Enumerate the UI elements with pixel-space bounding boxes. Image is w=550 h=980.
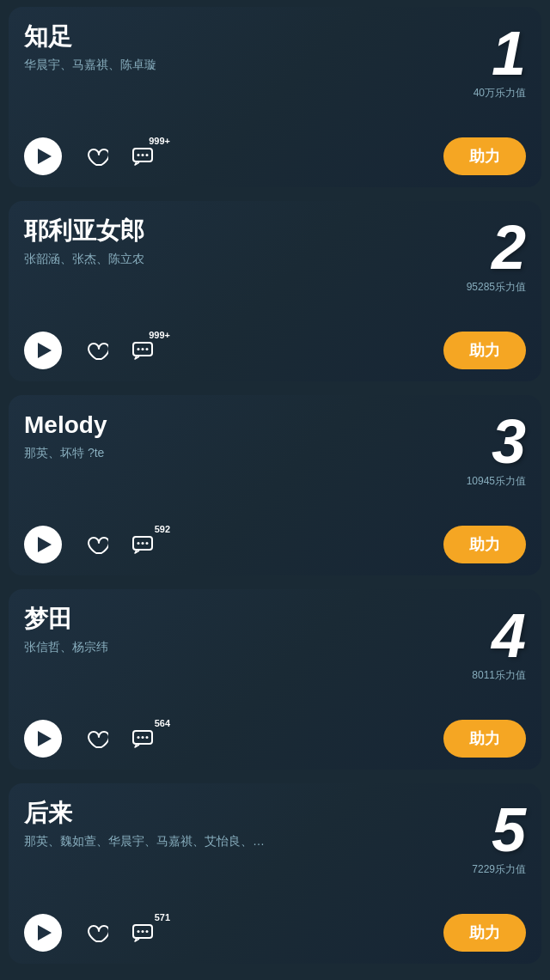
svg-point-19 <box>146 930 149 933</box>
action-icons: 999+ <box>24 137 158 175</box>
svg-point-2 <box>142 154 144 156</box>
comment-icon <box>131 919 158 947</box>
svg-point-3 <box>146 154 149 156</box>
play-triangle-icon <box>38 925 52 940</box>
rank-section: 1 40万乐力值 <box>423 22 526 100</box>
song-info: Melody 那英、坏特 ?te <box>24 411 423 461</box>
svg-point-6 <box>142 348 144 350</box>
svg-point-11 <box>146 542 149 545</box>
song-title: 耶利亚女郎 <box>24 216 423 246</box>
heart-icon <box>84 727 108 751</box>
action-icons: 592 <box>24 526 158 563</box>
song-card-top: 耶利亚女郎 张韶涵、张杰、陈立农 2 95285乐力值 <box>24 216 526 295</box>
song-artists: 张韶涵、张杰、陈立农 <box>24 251 423 268</box>
boost-button[interactable]: 助力 <box>443 332 526 369</box>
svg-point-17 <box>138 930 140 933</box>
song-card-bottom: 571 助力 <box>24 914 526 952</box>
song-card-bottom: 999+ 助力 <box>24 332 526 369</box>
boost-button[interactable]: 助力 <box>443 914 526 952</box>
play-triangle-icon <box>38 731 52 746</box>
song-info: 后来 那英、魏如萱、华晨宇、马嘉祺、艾怡良、… <box>24 799 423 849</box>
comment-count: 564 <box>155 718 170 728</box>
svg-point-7 <box>146 348 149 350</box>
song-title: 知足 <box>24 22 423 52</box>
boost-button[interactable]: 助力 <box>443 720 526 758</box>
play-triangle-icon <box>38 149 52 164</box>
comment-button[interactable]: 999+ <box>131 143 158 170</box>
comment-count: 999+ <box>149 136 170 146</box>
song-card-4: 梦田 张信哲、杨宗纬 4 8011乐力值 <box>9 589 541 770</box>
action-icons: 564 <box>24 720 158 758</box>
song-card-1: 知足 华晨宇、马嘉祺、陈卓璇 1 40万乐力值 <box>9 7 541 187</box>
action-icons: 999+ <box>24 332 158 369</box>
svg-point-18 <box>142 930 144 933</box>
rank-number: 5 <box>492 799 526 861</box>
comment-button[interactable]: 592 <box>131 531 158 558</box>
song-artists: 那英、坏特 ?te <box>24 445 423 462</box>
song-card-top: Melody 那英、坏特 ?te 3 10945乐力值 <box>24 411 526 489</box>
comment-button[interactable]: 571 <box>131 919 158 947</box>
heart-icon <box>84 338 108 362</box>
song-card-5: 后来 那英、魏如萱、华晨宇、马嘉祺、艾怡良、… 5 7229乐力值 <box>9 783 541 964</box>
svg-point-1 <box>138 154 140 156</box>
song-artists: 华晨宇、马嘉祺、陈卓璇 <box>24 57 423 74</box>
song-card-bottom: 999+ 助力 <box>24 137 526 175</box>
song-card-top: 知足 华晨宇、马嘉祺、陈卓璇 1 40万乐力值 <box>24 22 526 100</box>
song-card-top: 后来 那英、魏如萱、华晨宇、马嘉祺、艾怡良、… 5 7229乐力值 <box>24 799 526 877</box>
svg-point-13 <box>138 736 140 739</box>
rank-points: 95285乐力值 <box>467 280 526 295</box>
rank-section: 2 95285乐力值 <box>423 216 526 295</box>
song-title: 后来 <box>24 799 423 828</box>
boost-button[interactable]: 助力 <box>443 526 526 563</box>
svg-point-9 <box>138 542 140 545</box>
rank-section: 5 7229乐力值 <box>423 799 526 877</box>
song-info: 知足 华晨宇、马嘉祺、陈卓璇 <box>24 22 423 73</box>
like-button[interactable] <box>82 725 110 752</box>
heart-icon <box>84 921 108 945</box>
play-triangle-icon <box>38 537 52 552</box>
comment-icon <box>131 725 158 752</box>
like-button[interactable] <box>82 337 110 364</box>
song-card-bottom: 592 助力 <box>24 526 526 563</box>
song-title: 梦田 <box>24 605 423 634</box>
comment-count: 571 <box>155 912 170 922</box>
song-info: 耶利亚女郎 张韶涵、张杰、陈立农 <box>24 216 423 267</box>
rank-section: 4 8011乐力值 <box>423 605 526 683</box>
comment-button[interactable]: 999+ <box>131 337 158 364</box>
rank-number: 3 <box>492 411 526 472</box>
play-button[interactable] <box>24 526 62 563</box>
boost-button[interactable]: 助力 <box>443 137 526 175</box>
play-triangle-icon <box>38 343 52 358</box>
like-button[interactable] <box>82 531 110 558</box>
song-artists: 那英、魏如萱、华晨宇、马嘉祺、艾怡良、… <box>24 833 423 850</box>
heart-icon <box>84 144 108 168</box>
like-button[interactable] <box>82 143 110 170</box>
play-button[interactable] <box>24 332 62 369</box>
rank-points: 10945乐力值 <box>467 474 526 489</box>
song-card-top: 梦田 张信哲、杨宗纬 4 8011乐力值 <box>24 605 526 683</box>
rank-number: 4 <box>492 605 526 667</box>
comment-icon <box>131 531 158 558</box>
like-button[interactable] <box>82 919 110 947</box>
svg-point-14 <box>142 736 144 739</box>
play-button[interactable] <box>24 137 62 175</box>
svg-point-5 <box>138 348 140 350</box>
comment-count: 999+ <box>149 330 170 340</box>
rank-number: 1 <box>492 22 526 84</box>
song-title: Melody <box>24 411 423 440</box>
play-button[interactable] <box>24 914 62 952</box>
song-artists: 张信哲、杨宗纬 <box>24 639 423 656</box>
rank-section: 3 10945乐力值 <box>423 411 526 489</box>
song-info: 梦田 张信哲、杨宗纬 <box>24 605 423 655</box>
song-card-2: 耶利亚女郎 张韶涵、张杰、陈立农 2 95285乐力值 <box>9 201 541 381</box>
comment-icon <box>131 337 158 364</box>
comment-button[interactable]: 564 <box>131 725 158 752</box>
heart-icon <box>84 533 108 557</box>
rank-points: 8011乐力值 <box>472 668 526 683</box>
rank-points: 7229乐力值 <box>472 862 526 877</box>
song-card-bottom: 564 助力 <box>24 720 526 758</box>
rank-number: 2 <box>492 216 526 278</box>
song-list: 知足 华晨宇、马嘉祺、陈卓璇 1 40万乐力值 <box>0 0 550 971</box>
play-button[interactable] <box>24 720 62 758</box>
comment-count: 592 <box>155 524 170 534</box>
